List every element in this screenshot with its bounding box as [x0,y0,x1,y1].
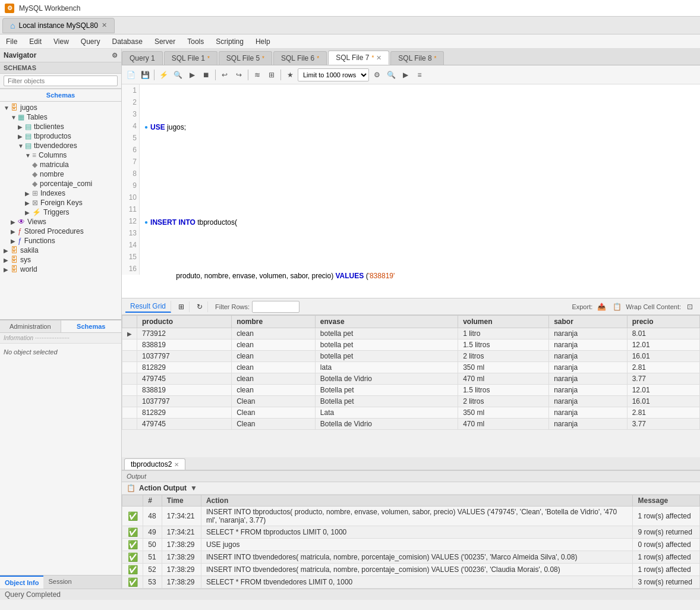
tree-col-matricula[interactable]: ◆ matricula [0,160,121,169]
instance-tab[interactable]: ⌂ Local instance MySQL80 ✕ [2,18,115,33]
sidebar-tab-schemas[interactable]: Schemas [0,89,121,101]
table-row[interactable]: 479745 Clean Botella de Vidrio 470 ml na… [122,419,700,430]
sql-editor[interactable]: 1 2 3 4 5 6 7 8 9 10 11 12 13 14 15 16 [122,84,700,298]
cell-envase[interactable]: Botella de Vidrio [315,419,458,430]
tbproductos2-tab[interactable]: tbproductos2 ✕ [124,458,185,470]
schema-sakila[interactable]: ▶ 🗄 sakila [0,246,121,255]
cell-envase[interactable]: Lata [315,407,458,419]
limit-select[interactable]: Limit to 1000 rows Limit to 200 rows Don… [298,68,369,81]
cell-volumen[interactable]: 350 ml [458,407,549,419]
schema-jugos[interactable]: ▼ 🗄 jugos [0,103,121,112]
cell-producto[interactable]: 773912 [137,328,232,339]
cell-precio[interactable]: 3.77 [627,373,699,385]
cell-sabor[interactable]: naranja [549,339,628,351]
table-row[interactable]: 838819 clean Botella pet 1.5 litros nara… [122,385,700,396]
tree-col-porcentaje[interactable]: ◆ porcentaje_comi [0,179,121,188]
col-header-volumen[interactable]: volumen [458,316,549,328]
col-header-nombre[interactable]: nombre [232,316,316,328]
settings-btn[interactable]: ⚙ [370,68,383,81]
undo-btn[interactable]: ↩ [218,68,231,81]
sql-tab-file7[interactable]: SQL File 7 * ✕ [328,51,389,65]
table-row[interactable]: 479745 clean Botella de Vidrio 470 ml na… [122,373,700,385]
cell-nombre[interactable]: Clean [232,396,316,407]
navigator-icon[interactable]: ⚙ [112,52,118,59]
tree-col-nombre[interactable]: ◆ nombre [0,169,121,179]
export-btn[interactable]: 📤 [595,300,608,313]
cell-volumen[interactable]: 2 litros [458,396,549,407]
menu-database[interactable]: Database [106,36,149,47]
redo-btn[interactable]: ↪ [232,68,245,81]
expand-tbclientes[interactable]: ▶ [18,124,25,130]
result-grid-tab[interactable]: Result Grid [125,301,171,313]
cell-volumen[interactable]: 470 ml [458,373,549,385]
save-btn[interactable]: 💾 [138,68,152,81]
cell-volumen[interactable]: 1.5 litros [458,385,549,396]
stop-btn[interactable]: ⏹ [200,68,213,81]
wrap-btn[interactable]: ⊡ [683,300,696,313]
expand-sakila[interactable]: ▶ [4,247,11,254]
cell-nombre[interactable]: clean [232,385,316,396]
cell-precio[interactable]: 2.81 [627,362,699,373]
action-output-dropdown[interactable]: ▼ [190,484,197,492]
cell-envase[interactable]: botella pet [315,351,458,362]
sql-tab-file6[interactable]: SQL File 6 * [273,51,327,65]
new-file-btn[interactable]: 📄 [124,68,137,81]
tree-tbproductos[interactable]: ▶ ▤ tbproductos [0,131,121,141]
cell-producto[interactable]: 812829 [137,407,232,419]
tree-tbclientes[interactable]: ▶ ▤ tbclientes [0,122,121,131]
cell-nombre[interactable]: clean [232,362,316,373]
cell-sabor[interactable]: naranja [549,396,628,407]
cell-envase[interactable]: Botella de Vidrio [315,373,458,385]
session-tab[interactable]: Session [43,576,76,589]
cell-sabor[interactable]: naranja [549,407,628,419]
execute-btn[interactable]: ⚡ [157,68,170,81]
table-row[interactable]: ▶ 773912 clean botella pet 1 litro naran… [122,328,700,339]
schema-world[interactable]: ▶ 🗄 world [0,265,121,274]
cell-envase[interactable]: Botella pet [315,396,458,407]
cell-precio[interactable]: 8.01 [627,328,699,339]
cell-producto[interactable]: 838819 [137,385,232,396]
table-row[interactable]: 812829 clean lata 350 ml naranja 2.81 [122,362,700,373]
export-csv-btn[interactable]: 📋 [610,300,623,313]
expand-tbvendedores[interactable]: ▼ [18,143,25,149]
cell-envase[interactable]: botella pet [315,328,458,339]
expand-views[interactable]: ▶ [11,219,18,225]
active-schema-btn[interactable]: ★ [283,68,297,81]
cell-nombre[interactable]: clean [232,351,316,362]
tree-triggers[interactable]: ▶ ⚡ Triggers [0,207,121,217]
menu-help[interactable]: Help [250,36,276,47]
filter-objects-input[interactable] [4,76,118,86]
cell-sabor[interactable]: naranja [549,373,628,385]
sql-tab-file8[interactable]: SQL File 8 * [390,51,444,65]
menu-scripting[interactable]: Scripting [210,36,250,47]
cell-envase[interactable]: lata [315,362,458,373]
grid-icon-tab[interactable]: ⊞ [174,301,190,312]
expand-world[interactable]: ▶ [4,266,11,273]
admin-tab[interactable]: Administration [0,320,61,332]
toggle-btn[interactable]: ⊞ [265,68,278,81]
sql-tab-query1[interactable]: Query 1 [122,51,163,65]
cell-volumen[interactable]: 350 ml [458,362,549,373]
menu-view[interactable]: View [48,36,75,47]
expand-tbproductos[interactable]: ▶ [18,133,25,140]
cell-envase[interactable]: botella pet [315,339,458,351]
expand-functions[interactable]: ▶ [11,238,18,244]
cell-producto[interactable]: 479745 [137,373,232,385]
expand-tables[interactable]: ▼ [11,114,18,121]
cell-nombre[interactable]: Clean [232,419,316,430]
tree-fk[interactable]: ▶ ⊠ Foreign Keys [0,198,121,207]
refresh-tab[interactable]: ↻ [192,301,208,312]
cell-producto[interactable]: 812829 [137,362,232,373]
cell-precio[interactable]: 12.01 [627,339,699,351]
instance-tab-close[interactable]: ✕ [102,21,107,29]
expand-indexes[interactable]: ▶ [25,190,32,197]
format-btn[interactable]: ≋ [251,68,264,81]
col-header-producto[interactable]: producto [137,316,232,328]
expand-triggers[interactable]: ▶ [25,209,32,216]
explain-btn[interactable]: 🔍 [171,68,184,81]
cell-precio[interactable]: 16.01 [627,396,699,407]
menu-edit[interactable]: Edit [23,36,48,47]
data-table-wrapper[interactable]: producto nombre envase volumen sabor pre… [122,315,700,457]
menu-query[interactable]: Query [75,36,106,47]
sql-tab-file1[interactable]: SQL File 1 * [164,51,217,65]
